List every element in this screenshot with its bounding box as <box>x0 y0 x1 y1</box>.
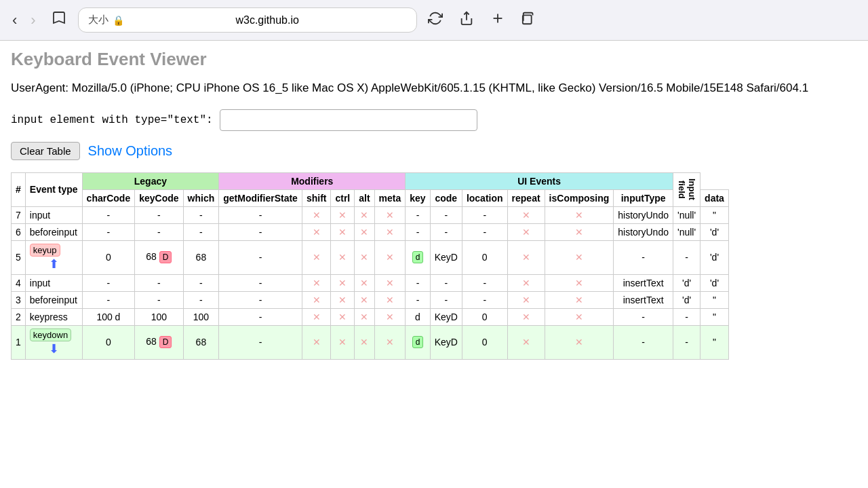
cell-key: - <box>406 291 430 308</box>
address-bar[interactable]: 大小 🔒 w3c.github.io <box>78 7 417 33</box>
cell-keycode: - <box>135 291 183 308</box>
cell-num: 7 <box>12 206 26 223</box>
cell-repeat: ✕ <box>507 223 545 240</box>
cell-repeat: ✕ <box>507 274 545 291</box>
cell-alt: ✕ <box>355 206 374 223</box>
cell-iscomposing: ✕ <box>545 308 614 325</box>
cell-repeat: ✕ <box>507 325 545 359</box>
cell-getmodifierstate: - <box>219 206 302 223</box>
cell-keycode: 100 <box>135 308 183 325</box>
table-row: 1 keydown ⬇ 0 68 D 68 - ✕ ✕ ✕ ✕ d KeyD 0 <box>12 325 729 359</box>
cell-inputtype: - <box>614 325 673 359</box>
lock-icon: 🔒 <box>113 15 124 26</box>
keyboard-test-input[interactable] <box>220 109 477 131</box>
cell-event-type: input <box>25 274 82 291</box>
cell-keycode: - <box>135 223 183 240</box>
share-button[interactable] <box>454 8 479 33</box>
cell-shift: ✕ <box>302 274 331 291</box>
browser-chrome: ‹ › 大小 🔒 w3c.github.io <box>0 0 868 41</box>
cell-num: 2 <box>12 308 26 325</box>
cell-keycode: - <box>135 206 183 223</box>
cell-charcode: - <box>82 274 135 291</box>
cell-alt: ✕ <box>355 308 374 325</box>
col-header-input-field: Inputfield <box>673 172 700 206</box>
col-header-ctrl: ctrl <box>331 189 355 206</box>
cell-data: - <box>673 308 700 325</box>
input-row: input element with type="text": <box>11 109 857 131</box>
cell-repeat: ✕ <box>507 206 545 223</box>
cell-inputfield: " <box>701 206 729 223</box>
cell-inputtype: - <box>614 308 673 325</box>
reload-button[interactable] <box>422 8 448 33</box>
clear-table-button[interactable]: Clear Table <box>11 142 80 160</box>
cell-alt: ✕ <box>355 240 374 274</box>
cell-code: KeyD <box>430 308 462 325</box>
show-options-link[interactable]: Show Options <box>88 143 173 159</box>
cell-charcode: - <box>82 206 135 223</box>
cell-num: 3 <box>12 291 26 308</box>
cell-charcode: 100 d <box>82 308 135 325</box>
cell-which: 68 <box>183 325 219 359</box>
table-wrapper: # Event type Legacy Modifiers UI Events … <box>11 172 857 360</box>
cell-meta: ✕ <box>374 291 406 308</box>
cell-code: - <box>430 206 462 223</box>
cell-keycode: 68 D <box>135 240 183 274</box>
cell-shift: ✕ <box>302 206 331 223</box>
cell-repeat: ✕ <box>507 291 545 308</box>
cell-ctrl: ✕ <box>331 291 355 308</box>
key-d-badge: d <box>412 251 424 263</box>
col-header-getmodifierstate: getModifierState <box>219 189 302 206</box>
cell-location: - <box>462 274 507 291</box>
cell-key: d <box>406 308 430 325</box>
cell-ctrl: ✕ <box>331 325 355 359</box>
table-row: 5 keyup ⬆ 0 68 D 68 - ✕ ✕ ✕ ✕ d KeyD 0 <box>12 240 729 274</box>
col-header-repeat: repeat <box>507 189 545 206</box>
keyup-badge: keyup <box>30 244 60 257</box>
tabs-button[interactable] <box>516 8 542 33</box>
address-text: w3c.github.io <box>128 14 407 26</box>
cell-event-type: input <box>25 206 82 223</box>
cell-inputtype: - <box>614 240 673 274</box>
cell-getmodifierstate: - <box>219 308 302 325</box>
cell-ctrl: ✕ <box>331 240 355 274</box>
cell-code: - <box>430 274 462 291</box>
cell-event-type: keyup ⬆ <box>25 240 82 274</box>
cell-which: 68 <box>183 240 219 274</box>
cell-inputfield: " <box>701 291 729 308</box>
cell-shift: ✕ <box>302 325 331 359</box>
cell-code: KeyD <box>430 240 462 274</box>
cell-which: - <box>183 206 219 223</box>
col-header-alt: alt <box>355 189 374 206</box>
cell-which: - <box>183 223 219 240</box>
cell-repeat: ✕ <box>507 308 545 325</box>
table-row: 2 keypress 100 d 100 100 - ✕ ✕ ✕ ✕ d Key… <box>12 308 729 325</box>
cell-ctrl: ✕ <box>331 274 355 291</box>
cell-data: - <box>673 325 700 359</box>
cell-location: 0 <box>462 240 507 274</box>
cell-meta: ✕ <box>374 206 406 223</box>
key-d-badge: d <box>412 336 424 348</box>
cell-inputtype: insertText <box>614 274 673 291</box>
keycode-d-badge: D <box>159 336 172 348</box>
cell-data: 'd' <box>673 291 700 308</box>
daxiao-label: 大小 <box>88 14 108 26</box>
add-tab-button[interactable] <box>485 8 511 33</box>
svg-rect-3 <box>522 15 531 24</box>
col-header-iscomposing: isComposing <box>545 189 614 206</box>
col-header-data: data <box>701 189 729 206</box>
cell-repeat: ✕ <box>507 240 545 274</box>
cell-meta: ✕ <box>374 240 406 274</box>
bookmarks-button[interactable] <box>45 7 73 33</box>
forward-button[interactable]: › <box>26 9 39 32</box>
page-content: Keyboard Event Viewer UserAgent: Mozilla… <box>0 41 868 368</box>
table-row: 3 beforeinput - - - - ✕ ✕ ✕ ✕ - - - ✕ ✕ … <box>12 291 729 308</box>
back-button[interactable]: ‹ <box>8 9 21 32</box>
cell-keycode: 68 D <box>135 325 183 359</box>
group-header-uievents: UI Events <box>406 172 673 189</box>
cell-charcode: - <box>82 223 135 240</box>
cell-key: - <box>406 206 430 223</box>
cell-alt: ✕ <box>355 274 374 291</box>
cell-getmodifierstate: - <box>219 325 302 359</box>
cell-ctrl: ✕ <box>331 308 355 325</box>
cell-shift: ✕ <box>302 308 331 325</box>
